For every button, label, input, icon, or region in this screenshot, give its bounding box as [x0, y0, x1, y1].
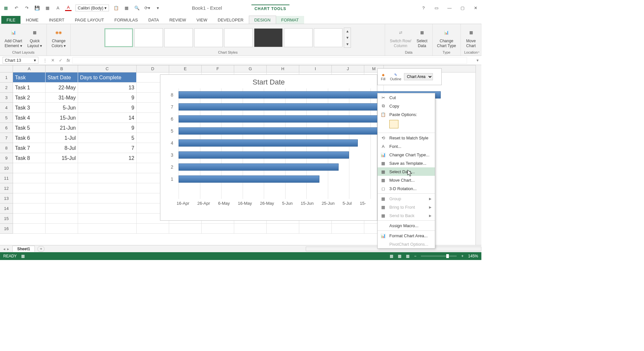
chart-bar[interactable] [179, 115, 400, 123]
change-chart-type-button[interactable]: 📊Change Chart Type [435, 26, 458, 49]
chart-style-6[interactable] [254, 28, 283, 47]
cell[interactable]: 15-Jul [46, 153, 78, 163]
add-sheet-button[interactable]: + [37, 246, 45, 252]
embedded-chart[interactable]: Start Date 87654321 16-Apr26-Apr6-May16-… [160, 74, 377, 221]
zoom-out-icon[interactable]: − [414, 254, 416, 258]
column-header[interactable]: A [13, 65, 46, 72]
chart-bar[interactable] [179, 176, 319, 183]
row-header[interactable]: 14 [0, 203, 13, 214]
chart-style-8[interactable] [314, 28, 342, 47]
preview-icon[interactable]: ▦ [44, 5, 51, 11]
sheet-nav-prev-icon[interactable]: ◂ [3, 247, 5, 251]
row-header[interactable]: 13 [0, 193, 13, 203]
outline-button[interactable]: ✎Outline [388, 73, 403, 81]
tab-data[interactable]: DATA [143, 16, 164, 24]
cell[interactable] [234, 224, 267, 234]
cell[interactable]: 21-Jun [46, 123, 78, 133]
row-header[interactable]: 2 [0, 83, 13, 93]
font-family-select[interactable]: Calibri (Body) ▾ [75, 5, 109, 11]
ctx-reset-style[interactable]: ⟲Reset to Match Style [378, 134, 435, 142]
fx-icon[interactable]: fx [64, 58, 72, 63]
refresh-icon[interactable]: ⟳▾ [144, 5, 151, 11]
column-header[interactable]: B [46, 65, 78, 72]
chart-style-4[interactable] [194, 28, 223, 47]
cell[interactable] [46, 183, 78, 193]
cell[interactable]: Task 8 [13, 153, 46, 163]
cell[interactable]: 13 [78, 83, 137, 93]
cell[interactable]: 5-Jun [46, 103, 78, 113]
cell[interactable]: Start Date [46, 72, 78, 83]
cell[interactable]: 14 [78, 113, 137, 123]
cell[interactable]: 5 [78, 133, 137, 143]
cell[interactable] [13, 193, 46, 203]
quick-layout-button[interactable]: ▦Quick Layout ▾ [25, 26, 44, 49]
cell[interactable]: Days to Complete [78, 72, 137, 83]
chart-style-3[interactable] [164, 28, 193, 47]
add-chart-element-button[interactable]: 📊Add Chart Element ▾ [3, 26, 24, 49]
maximize-icon[interactable]: ▢ [459, 5, 466, 11]
row-header[interactable]: 16 [0, 224, 13, 234]
clipboard-icon[interactable]: 📋 [113, 5, 119, 11]
cell[interactable]: 15-Jun [46, 113, 78, 123]
column-header[interactable]: D [137, 65, 169, 72]
cell[interactable] [78, 214, 137, 224]
cell[interactable] [46, 203, 78, 214]
tab-developer[interactable]: DEVELOPER [212, 16, 248, 24]
cell[interactable]: Task 1 [13, 83, 46, 93]
cell[interactable]: 1-Jul [46, 133, 78, 143]
vertical-scrollbar[interactable] [476, 65, 481, 245]
minimize-icon[interactable]: — [446, 5, 453, 11]
cell[interactable] [78, 193, 137, 203]
row-header[interactable]: 5 [0, 113, 13, 123]
paste-option-1[interactable] [389, 120, 398, 128]
cell[interactable] [13, 203, 46, 214]
row-header[interactable]: 6 [0, 123, 13, 133]
ctx-3d-rotation[interactable]: ◻3-D Rotation... [378, 184, 435, 193]
row-header[interactable]: 1 [0, 72, 13, 83]
cell[interactable]: Task 3 [13, 103, 46, 113]
column-header[interactable]: J [332, 65, 364, 72]
undo-icon[interactable]: ↶ [13, 5, 20, 11]
cell[interactable] [169, 224, 202, 234]
zoom-icon[interactable]: 🔍 [134, 5, 140, 11]
tab-formulas[interactable]: FORMULAS [109, 16, 143, 24]
redo-icon[interactable]: ↷ [23, 5, 30, 11]
sheet-nav-next-icon[interactable]: ▸ [7, 247, 9, 251]
cell[interactable] [13, 163, 46, 173]
cell[interactable] [13, 183, 46, 193]
save-icon[interactable]: 💾 [34, 5, 40, 11]
cell[interactable]: 7 [78, 143, 137, 153]
cell[interactable] [332, 224, 364, 234]
chart-x-axis[interactable]: 16-Apr26-Apr6-May16-May26-May5-Jun15-Jun… [160, 199, 377, 206]
close-icon[interactable]: ✕ [472, 5, 479, 11]
column-header[interactable]: H [267, 65, 299, 72]
tab-review[interactable]: REVIEW [164, 16, 191, 24]
cell[interactable]: Task 5 [13, 123, 46, 133]
ctx-font[interactable]: AFont... [378, 142, 435, 150]
chart-title[interactable]: Start Date [160, 75, 377, 88]
cell[interactable]: 9 [78, 93, 137, 103]
table-icon[interactable]: ▦ [123, 5, 130, 11]
zoom-in-icon[interactable]: + [461, 254, 463, 258]
ctx-format-chart-area[interactable]: 📊Format Chart Area... [378, 231, 435, 240]
cell[interactable] [13, 173, 46, 183]
row-header[interactable]: 8 [0, 143, 13, 153]
tab-format[interactable]: FORMAT [276, 16, 304, 24]
styles-more-icon[interactable]: ▾ [344, 41, 351, 47]
tab-home[interactable]: HOME [20, 16, 44, 24]
styles-scroll-down-icon[interactable]: ▾ [344, 34, 351, 41]
cell[interactable] [78, 224, 137, 234]
chart-plot-area[interactable]: 87654321 [167, 88, 370, 199]
ribbon-options-icon[interactable]: ▭ [433, 5, 440, 11]
cell[interactable] [78, 183, 137, 193]
change-colors-button[interactable]: ◉◉Change Colors ▾ [49, 26, 68, 49]
help-icon[interactable]: ? [420, 5, 427, 11]
row-header[interactable]: 4 [0, 103, 13, 113]
row-header[interactable]: 15 [0, 214, 13, 224]
cell[interactable] [13, 224, 46, 234]
chart-style-2[interactable] [134, 28, 163, 47]
cell[interactable]: 9 [78, 103, 137, 113]
row-header[interactable]: 12 [0, 183, 13, 193]
tab-view[interactable]: VIEW [191, 16, 212, 24]
view-page-layout-icon[interactable]: ▦ [398, 254, 401, 258]
